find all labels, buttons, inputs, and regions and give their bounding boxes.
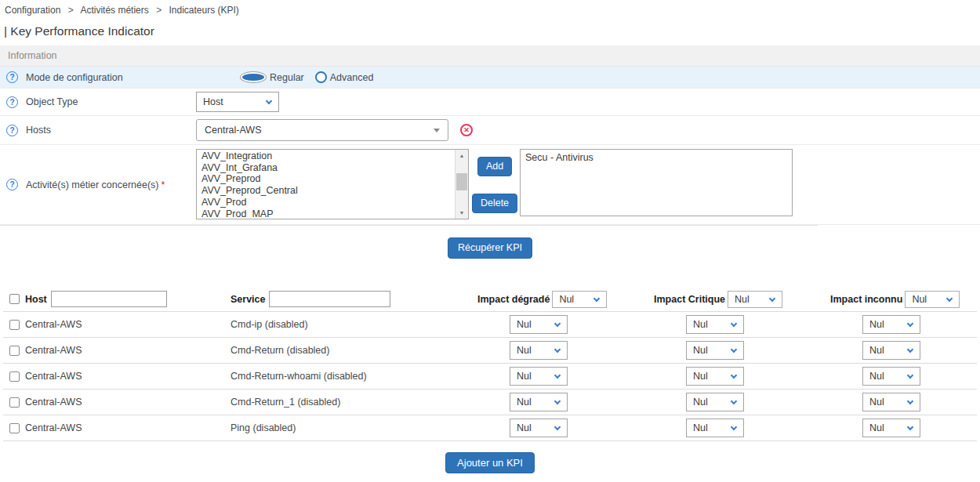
row-service-cell: Cmd-Return_1 (disabled) (229, 397, 472, 408)
impact-critical-select[interactable]: Nul (686, 367, 744, 386)
row-host-cell: Central-AWS (24, 397, 229, 408)
delete-button[interactable]: Delete (472, 194, 517, 213)
impact-degraded-select[interactable]: Nul (510, 341, 568, 360)
radio-advanced-label[interactable]: Advanced (330, 72, 374, 83)
impact-unknown-value: Nul (869, 422, 884, 433)
chevron-down-icon (554, 372, 561, 379)
available-activities-listbox[interactable]: AVV_IntegrationAVV_Int_GrafanaAVV_Prepro… (196, 149, 469, 219)
add-button[interactable]: Add (477, 157, 512, 176)
impact-critical-filter-select[interactable]: Nul (728, 291, 782, 308)
information-section-header: Information (0, 45, 980, 67)
hosts-controls: Central-AWS ✕ (191, 119, 980, 141)
impact-degraded-select[interactable]: Nul (510, 315, 568, 334)
breadcrumb-item-activites-metiers[interactable]: Activités métiers (80, 5, 148, 16)
row-checkbox[interactable] (9, 371, 20, 382)
impact-unknown-select[interactable]: Nul (862, 315, 920, 334)
impact-degraded-filter-select[interactable]: Nul (552, 291, 607, 308)
host-column-label: Host (25, 294, 47, 305)
impact-critical-select[interactable]: Nul (686, 315, 744, 334)
select-all-checkbox[interactable] (9, 294, 20, 304)
kpi-table-header: Host Service Impact dégradé Nul Impact C… (3, 287, 977, 312)
row-impact-unknown-cell: Nul (825, 341, 977, 360)
mode-radio-group: Regular Advanced (240, 71, 373, 83)
impact-critical-select[interactable]: Nul (686, 393, 744, 411)
list-item[interactable]: Secu - Antivirus (525, 152, 787, 164)
list-item[interactable]: AVV_Preprod (201, 173, 454, 185)
scrollbar-thumb[interactable] (456, 173, 467, 190)
object-type-select[interactable]: Host (196, 92, 279, 112)
impact-unknown-select[interactable]: Nul (862, 341, 920, 360)
radio-advanced[interactable]: Advanced (315, 71, 374, 83)
radio-unselected-icon[interactable] (315, 71, 327, 83)
impact-critical-value: Nul (693, 422, 708, 433)
scrollbar[interactable]: ▲ ▼ (455, 150, 468, 219)
impact-degraded-select[interactable]: Nul (510, 367, 568, 386)
impact-degraded-select[interactable]: Nul (510, 393, 568, 411)
impact-degraded-value: Nul (517, 345, 532, 356)
activities-label: Activité(s) métier concernée(s)* (26, 179, 165, 190)
row-checkbox-cell (3, 423, 24, 433)
list-item[interactable]: AVV_Int_Grafana (201, 162, 454, 174)
row-impact-critical-cell: Nul (648, 367, 825, 386)
row-service-cell: Cmd-Return (disabled) (229, 345, 472, 356)
retrieve-kpi-button[interactable]: Récupérer KPI (448, 237, 532, 259)
table-row: Central-AWS Cmd-ip (disabled) Nul Nul Nu… (3, 312, 977, 338)
row-host: Central-AWS (25, 371, 82, 382)
impact-unknown-value: Nul (869, 397, 884, 408)
impact-degraded-select[interactable]: Nul (510, 419, 568, 437)
header-host-cell: Host (24, 291, 229, 307)
add-kpi-button[interactable]: Ajouter un KPI (445, 452, 535, 473)
impact-unknown-select[interactable]: Nul (862, 367, 920, 386)
scroll-up-icon[interactable]: ▲ (459, 150, 465, 161)
form-row-hosts: ? Hosts Central-AWS ✕ (0, 116, 980, 145)
row-checkbox[interactable] (9, 423, 20, 433)
scroll-down-icon[interactable]: ▼ (459, 207, 465, 219)
help-icon[interactable]: ? (6, 96, 18, 108)
host-filter-input[interactable] (51, 291, 167, 307)
breadcrumb-item-configuration[interactable]: Configuration (5, 5, 60, 16)
help-icon[interactable]: ? (6, 179, 18, 190)
page-title: | Key Performance Indicator (4, 24, 980, 38)
impact-unknown-select[interactable]: Nul (862, 393, 920, 411)
help-icon[interactable]: ? (6, 125, 18, 136)
selected-activities-listbox[interactable]: Secu - Antivirus (520, 149, 793, 216)
breadcrumb-item-indicateurs-kpi[interactable]: Indicateurs (KPI) (169, 5, 238, 16)
impact-critical-select[interactable]: Nul (686, 341, 744, 360)
list-item[interactable]: AVV_Integration (201, 150, 454, 162)
list-item[interactable]: AVV_Prod (201, 197, 454, 208)
row-impact-unknown-cell: Nul (825, 315, 977, 334)
clear-selection-icon[interactable]: ✕ (460, 124, 473, 136)
help-icon[interactable]: ? (6, 71, 18, 83)
chevron-down-icon (554, 346, 561, 353)
impact-unknown-select[interactable]: Nul (862, 419, 920, 437)
chevron-down-icon (731, 372, 737, 379)
radio-regular[interactable]: Regular (240, 71, 304, 83)
row-service: Cmd-ip (disabled) (230, 319, 308, 330)
impact-degraded-filter-value: Nul (559, 294, 574, 305)
row-checkbox[interactable] (9, 320, 20, 330)
chevron-down-icon (731, 346, 737, 353)
impact-degraded-value: Nul (517, 422, 532, 433)
impact-unknown-filter-select[interactable]: Nul (905, 291, 960, 308)
scrollbar-track[interactable] (456, 161, 468, 207)
hosts-label: Hosts (26, 125, 51, 136)
chevron-down-icon (554, 321, 561, 327)
chevron-down-icon (266, 98, 272, 104)
hosts-select[interactable]: Central-AWS (196, 119, 448, 141)
row-host-cell: Central-AWS (24, 319, 229, 330)
radio-regular-label[interactable]: Regular (270, 72, 304, 83)
service-filter-input[interactable] (269, 291, 390, 307)
row-host: Central-AWS (25, 422, 82, 433)
row-checkbox[interactable] (9, 397, 20, 408)
row-service: Cmd-Return-whoami (disabled) (230, 371, 367, 382)
impact-critical-select[interactable]: Nul (686, 419, 744, 437)
list-item[interactable]: AVV_Prod_MAP (201, 208, 454, 219)
breadcrumb: Configuration > Activités métiers > Indi… (0, 0, 980, 16)
row-checkbox[interactable] (9, 346, 20, 356)
row-host-cell: Central-AWS (24, 371, 229, 382)
radio-selected-icon[interactable] (240, 71, 267, 83)
activities-controls: AVV_IntegrationAVV_Int_GrafanaAVV_Prepro… (191, 145, 980, 224)
form-row-activities: ? Activité(s) métier concernée(s)* AVV_I… (0, 145, 980, 225)
list-item[interactable]: AVV_Preprod_Central (201, 185, 454, 197)
mode-label-cell: ? Mode de configuration (0, 71, 191, 83)
